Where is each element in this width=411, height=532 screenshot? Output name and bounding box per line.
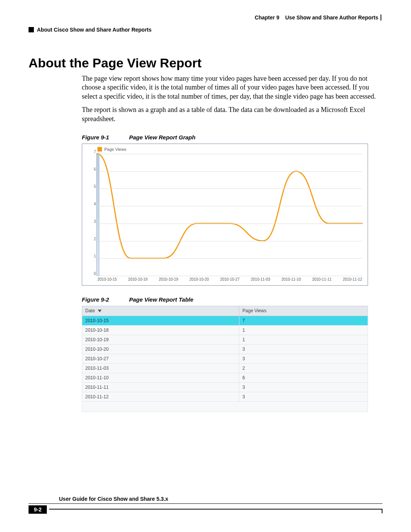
table-row[interactable]: 2010-10-191 (82, 335, 368, 344)
cell-views: 3 (239, 382, 368, 392)
page-view-chart: Page Views 01234567 2010-10-152010-10-18… (82, 144, 368, 286)
table-header-views-label: Page Views (242, 308, 266, 313)
x-tick-label: 2010-10-18 (128, 277, 148, 281)
y-tick-label: 1 (94, 254, 96, 258)
figure-1-caption: Figure 9-1 Page View Report Graph (82, 134, 382, 141)
square-bullet-icon (29, 27, 34, 32)
cell-views: 3 (239, 354, 368, 363)
footer-rule (49, 509, 382, 513)
table-row[interactable]: 2010-10-157 (82, 316, 368, 325)
legend-label: Page Views (104, 147, 126, 152)
figure-1-number: Figure 9-1 (82, 134, 127, 141)
page-view-table: Date Page Views 2010-10-1572010-10-18120… (82, 306, 368, 412)
chapter-title: Use Show and Share Author Reports (285, 14, 378, 21)
table-row-empty (82, 401, 368, 412)
chart-x-axis: 2010-10-152010-10-182010-10-192010-10-20… (97, 277, 362, 281)
cell-date: 2010-11-12 (82, 392, 239, 401)
cell-date: 2010-10-20 (82, 344, 239, 354)
figure-1-title: Page View Report Graph (129, 134, 196, 141)
cell-date: 2010-11-10 (82, 373, 239, 382)
x-tick-label: 2010-10-27 (220, 277, 239, 281)
paragraph-1: The page view report shows how many time… (82, 74, 382, 101)
table-row[interactable]: 2010-11-123 (82, 392, 368, 401)
y-tick-label: 6 (94, 167, 96, 171)
y-tick-label: 7 (94, 149, 96, 153)
sort-descending-icon (98, 308, 102, 314)
breadcrumb-text: About Cisco Show and Share Author Report… (37, 27, 151, 33)
table-row[interactable]: 2010-10-273 (82, 354, 368, 363)
cell-date: 2010-10-27 (82, 354, 239, 363)
x-tick-label: 2010-11-11 (312, 277, 331, 281)
breadcrumb: About Cisco Show and Share Author Report… (29, 27, 382, 33)
cell-date: 2010-11-03 (82, 363, 239, 373)
figure-2-title: Page View Report Table (129, 296, 193, 303)
cell-views: 2 (239, 363, 368, 373)
table-row[interactable]: 2010-11-106 (82, 373, 368, 382)
table-header-date-label: Date (85, 308, 95, 313)
legend-swatch-icon (97, 147, 102, 152)
y-tick-label: 0 (94, 271, 96, 275)
table-header-views[interactable]: Page Views (239, 306, 368, 316)
chapter-label: Chapter 9 (255, 14, 279, 21)
x-tick-label: 2010-10-19 (159, 277, 178, 281)
figure-2-caption: Figure 9-2 Page View Report Table (82, 296, 382, 303)
body-text: The page view report shows how many time… (82, 74, 382, 123)
cell-views: 3 (239, 392, 368, 401)
page-header: Chapter 9 Use Show and Share Author Repo… (29, 14, 382, 21)
cell-date: 2010-10-19 (82, 335, 239, 344)
table-row[interactable]: 2010-11-032 (82, 363, 368, 373)
cell-views: 3 (239, 344, 368, 354)
cell-views: 7 (239, 316, 368, 325)
cell-views: 1 (239, 325, 368, 335)
x-tick-label: 2010-11-03 (251, 277, 270, 281)
table-row[interactable]: 2010-11-113 (82, 382, 368, 392)
table-row[interactable]: 2010-10-181 (82, 325, 368, 335)
page-number: 9-2 (29, 505, 47, 514)
cell-views: 6 (239, 373, 368, 382)
cell-date: 2010-10-18 (82, 325, 239, 335)
x-tick-label: 2010-11-10 (282, 277, 301, 281)
page-footer: User Guide for Cisco Show and Share 5.3.… (29, 496, 382, 514)
x-tick-label: 2010-10-15 (97, 277, 117, 281)
chart-legend: Page Views (97, 147, 364, 152)
table-row[interactable]: 2010-10-203 (82, 344, 368, 354)
chart-plot-area: 01234567 (97, 154, 362, 276)
figure-2-number: Figure 9-2 (82, 296, 127, 303)
cell-date: 2010-11-11 (82, 382, 239, 392)
footer-guide-title: User Guide for Cisco Show and Share 5.3.… (29, 496, 382, 504)
x-tick-label: 2010-10-20 (190, 277, 209, 281)
y-tick-label: 4 (94, 202, 96, 206)
chart-line-svg (97, 154, 362, 276)
paragraph-2: The report is shown as a graph and as a … (82, 105, 382, 123)
y-tick-label: 5 (94, 184, 96, 189)
svg-marker-0 (98, 310, 102, 312)
table-header-date[interactable]: Date (82, 306, 239, 316)
section-heading: About the Page View Report (29, 56, 382, 70)
x-tick-label: 2010-11-12 (343, 277, 362, 281)
cell-views: 1 (239, 335, 368, 344)
cell-date: 2010-10-15 (82, 316, 239, 325)
y-tick-label: 3 (94, 219, 96, 223)
y-tick-label: 2 (94, 236, 96, 241)
